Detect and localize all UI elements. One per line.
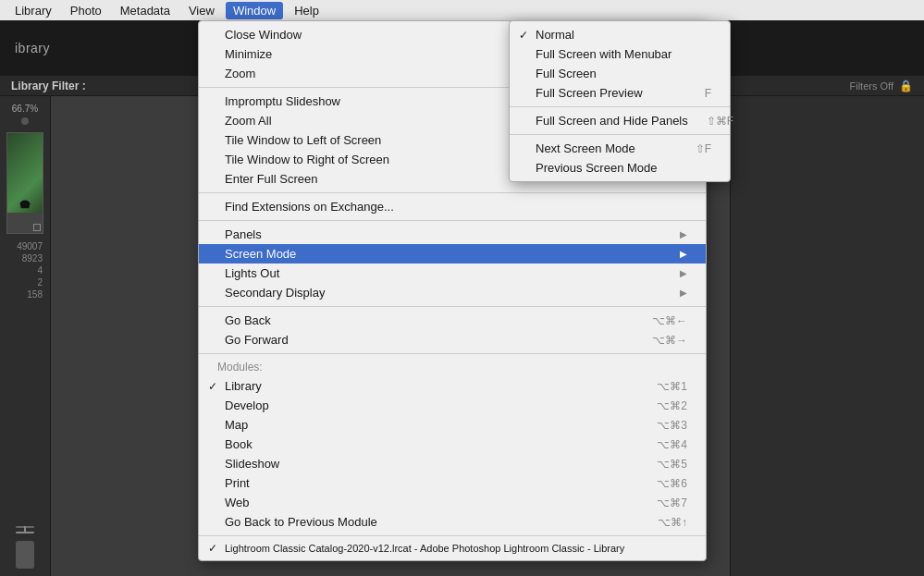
menu-item-develop-module[interactable]: Develop ⌥⌘2 xyxy=(199,396,706,415)
thumbnail-corner xyxy=(33,224,41,231)
num-49007: 49007 xyxy=(17,241,43,251)
screen-mode-submenu[interactable]: ✓ Normal Full Screen with Menubar Full S… xyxy=(509,20,731,182)
num-4: 4 xyxy=(37,265,43,276)
menu-item-catalog[interactable]: ✓ Lightroom Classic Catalog-2020-v12.lrc… xyxy=(199,540,706,557)
num-158: 158 xyxy=(27,289,43,300)
submenu-item-previous-screen[interactable]: Previous Screen Mode xyxy=(510,158,730,178)
bird-shape xyxy=(18,199,31,209)
menu-help[interactable]: Help xyxy=(287,2,326,19)
scroll-handle[interactable] xyxy=(16,541,34,569)
menu-item-screen-mode[interactable]: Screen Mode ▶ xyxy=(199,244,706,263)
menu-item-go-back-module[interactable]: Go Back to Previous Module ⌥⌘↑ xyxy=(199,512,706,532)
menu-photo[interactable]: Photo xyxy=(63,2,109,19)
left-panel: 66.7% 49007 8923 4 2 158 xyxy=(0,96,51,576)
zoom-indicator-dot xyxy=(21,117,29,125)
left-numbers: 49007 8923 4 2 158 xyxy=(4,238,46,303)
menu-item-map-module[interactable]: Map ⌥⌘3 xyxy=(199,415,706,435)
submenu-item-full-screen-preview[interactable]: Full Screen Preview F xyxy=(510,83,730,103)
menu-item-secondary-display[interactable]: Secondary Display ▶ xyxy=(199,283,706,302)
app-title: ibrary xyxy=(15,41,50,55)
submenu-item-normal[interactable]: ✓ Normal xyxy=(510,25,730,44)
submenu-separator-2 xyxy=(510,134,730,135)
menu-item-web-module[interactable]: Web ⌥⌘7 xyxy=(199,493,706,512)
menu-library[interactable]: Library xyxy=(7,2,59,19)
separator-4 xyxy=(199,306,706,307)
menu-item-go-forward[interactable]: Go Forward ⌥⌘→ xyxy=(199,330,706,349)
filters-off-badge: Filters Off 🔒 xyxy=(850,80,913,92)
submenu-item-full-screen-hide[interactable]: Full Screen and Hide Panels ⇧⌘F xyxy=(510,111,730,130)
menu-view[interactable]: View xyxy=(181,2,222,19)
menu-item-print-module[interactable]: Print ⌥⌘6 xyxy=(199,473,706,493)
menu-item-book-module[interactable]: Book ⌥⌘4 xyxy=(199,435,706,454)
lock-icon[interactable]: 🔒 xyxy=(899,80,913,92)
separator-5 xyxy=(199,353,706,354)
menu-item-slideshow-module[interactable]: Slideshow ⌥⌘5 xyxy=(199,454,706,473)
right-panel xyxy=(730,96,924,576)
zoom-indicator: 66.7% xyxy=(4,104,46,114)
menu-item-go-back[interactable]: Go Back ⌥⌘← xyxy=(199,311,706,330)
menu-window[interactable]: Window xyxy=(226,2,283,19)
submenu-item-next-screen[interactable]: Next Screen Mode ⇧F xyxy=(510,139,730,158)
thumbnail-preview[interactable] xyxy=(6,132,43,234)
filter-label: Library Filter : xyxy=(11,80,86,92)
menu-item-library-module[interactable]: ✓ Library ⌥⌘1 xyxy=(199,376,706,396)
menu-metadata[interactable]: Metadata xyxy=(113,2,178,19)
separator-2 xyxy=(199,192,706,193)
separator-3 xyxy=(199,220,706,221)
filters-off-text: Filters Off xyxy=(850,80,893,92)
submenu-item-full-screen[interactable]: Full Screen xyxy=(510,64,730,83)
num-2: 2 xyxy=(37,277,43,288)
modules-section-label: Modules: xyxy=(199,358,706,376)
separator-6 xyxy=(199,535,706,536)
menu-item-lights-out[interactable]: Lights Out ▶ xyxy=(199,263,706,283)
plus-button[interactable] xyxy=(16,532,34,533)
submenu-separator-1 xyxy=(510,106,730,107)
submenu-item-full-screen-menubar[interactable]: Full Screen with Menubar xyxy=(510,44,730,64)
menu-item-panels[interactable]: Panels ▶ xyxy=(199,225,706,244)
menu-item-extensions[interactable]: Find Extensions on Exchange... xyxy=(199,197,706,216)
menu-bar: Library Photo Metadata View Window Help xyxy=(0,0,924,20)
num-8923: 8923 xyxy=(22,253,43,263)
